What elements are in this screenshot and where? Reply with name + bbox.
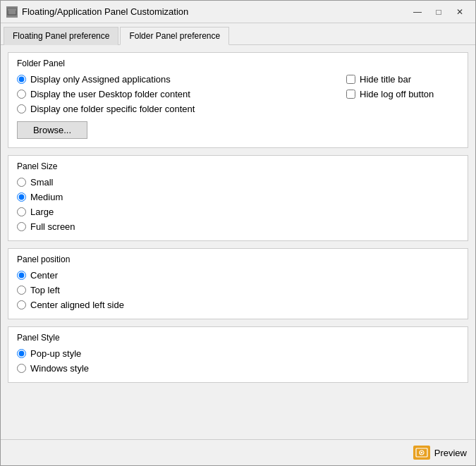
radio-item-medium: Medium <box>17 192 459 202</box>
radio-topleft[interactable] <box>17 286 26 295</box>
radio-windows[interactable] <box>17 364 26 373</box>
panel-position-radio-group: Center Top left Center aligned left side <box>17 270 459 310</box>
browse-button[interactable]: Browse... <box>17 121 87 139</box>
folder-panel-right: Hide title bar Hide log off button <box>346 74 459 139</box>
radio-item-opt1: Display only Assigned applications <box>17 74 332 85</box>
radio-large-label: Large <box>30 207 54 217</box>
app-icon <box>6 6 18 18</box>
radio-topleft-label: Top left <box>30 285 60 295</box>
tab-bar: Floating Panel preference Folder Panel p… <box>1 23 475 45</box>
panel-size-section: Panel Size Small Medium Large Full scree… <box>8 155 468 241</box>
spacer <box>8 390 468 432</box>
tab-floating[interactable]: Floating Panel preference <box>4 27 118 45</box>
radio-center-left[interactable] <box>17 300 26 309</box>
maximize-button[interactable]: □ <box>429 4 448 20</box>
window-title: Floating/Application Panel Customization <box>22 6 188 17</box>
radio-medium[interactable] <box>17 192 26 202</box>
radio-fullscreen-label: Full screen <box>30 221 75 232</box>
radio-medium-label: Medium <box>30 192 63 202</box>
panel-position-title: Panel position <box>17 255 459 264</box>
radio-opt2-label: Display the user Desktop folder content <box>30 89 190 99</box>
panel-style-section: Panel Style Pop-up style Windows style <box>8 326 468 383</box>
radio-large[interactable] <box>17 207 26 216</box>
minimize-button[interactable]: — <box>408 4 427 20</box>
radio-opt3-label: Display one folder specific folder conte… <box>30 104 195 114</box>
radio-popup[interactable] <box>17 349 26 358</box>
footer: Preview <box>1 439 475 465</box>
radio-small[interactable] <box>17 178 26 187</box>
folder-panel-section: Folder Panel Display only Assigned appli… <box>8 52 468 148</box>
main-window: Floating/Application Panel Customization… <box>0 0 476 466</box>
title-bar-left: Floating/Application Panel Customization <box>6 6 188 18</box>
radio-item-opt3: Display one folder specific folder conte… <box>17 104 332 114</box>
checkbox-hide-logoff: Hide log off button <box>346 89 459 99</box>
folder-panel-body: Display only Assigned applications Displ… <box>17 74 459 139</box>
radio-center-left-label: Center aligned left side <box>30 300 124 310</box>
folder-panel-left: Display only Assigned applications Displ… <box>17 74 332 139</box>
radio-small-label: Small <box>30 177 54 188</box>
svg-rect-1 <box>8 8 16 11</box>
radio-opt2[interactable] <box>17 90 26 99</box>
radio-opt1[interactable] <box>17 75 26 84</box>
radio-opt1-label: Display only Assigned applications <box>30 74 171 85</box>
radio-item-center: Center <box>17 270 459 281</box>
main-content: Folder Panel Display only Assigned appli… <box>1 45 475 439</box>
title-bar-controls: — □ ✕ <box>408 4 470 20</box>
radio-item-small: Small <box>17 177 459 188</box>
panel-size-title: Panel Size <box>17 161 459 171</box>
panel-size-radio-group: Small Medium Large Full screen <box>17 177 459 232</box>
radio-item-windows: Windows style <box>17 363 459 374</box>
panel-position-section: Panel position Center Top left Center al… <box>8 248 468 319</box>
close-button[interactable]: ✕ <box>450 4 470 20</box>
checkbox-hide-logoff-input[interactable] <box>346 90 355 99</box>
panel-style-radio-group: Pop-up style Windows style <box>17 348 459 374</box>
checkbox-hide-title: Hide title bar <box>346 74 459 85</box>
checkbox-hide-title-label: Hide title bar <box>360 74 411 85</box>
radio-item-popup: Pop-up style <box>17 348 459 359</box>
tab-folder[interactable]: Folder Panel preference <box>120 27 229 45</box>
svg-point-4 <box>421 452 422 453</box>
radio-windows-label: Windows style <box>30 363 89 374</box>
radio-popup-label: Pop-up style <box>30 348 81 359</box>
panel-style-title: Panel Style <box>17 333 459 343</box>
radio-item-opt2: Display the user Desktop folder content <box>17 89 332 99</box>
radio-item-center-left: Center aligned left side <box>17 300 459 310</box>
checkbox-hide-title-input[interactable] <box>346 75 355 84</box>
checkbox-hide-logoff-label: Hide log off button <box>360 89 434 99</box>
preview-label: Preview <box>434 448 467 458</box>
title-bar: Floating/Application Panel Customization… <box>1 1 475 23</box>
preview-icon <box>413 446 430 460</box>
radio-center-label: Center <box>30 270 58 281</box>
radio-item-large: Large <box>17 207 459 217</box>
radio-fullscreen[interactable] <box>17 222 26 231</box>
radio-opt3[interactable] <box>17 104 26 114</box>
radio-item-fullscreen: Full screen <box>17 221 459 232</box>
radio-item-topleft: Top left <box>17 285 459 295</box>
radio-center[interactable] <box>17 271 26 280</box>
folder-panel-title: Folder Panel <box>17 59 459 68</box>
